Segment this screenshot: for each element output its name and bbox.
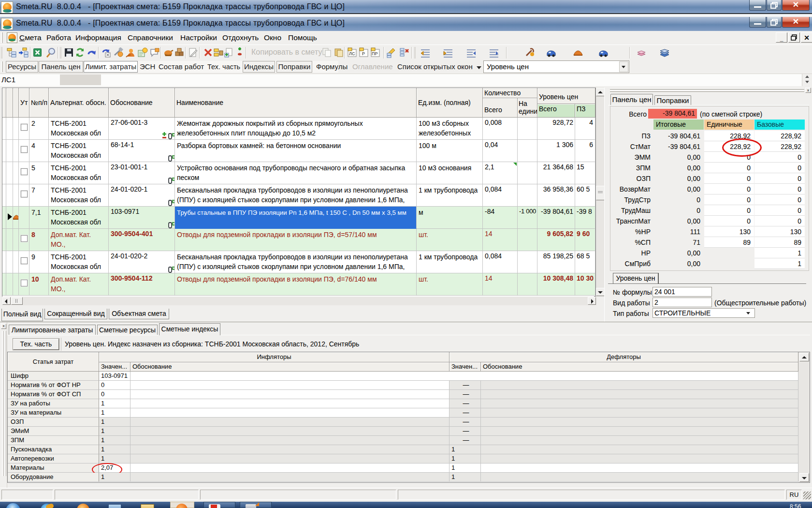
- svg-text:ЛС: ЛС: [349, 51, 355, 56]
- svg-text:Р: Р: [362, 51, 365, 56]
- svg-text:ПР: ПР: [372, 51, 377, 56]
